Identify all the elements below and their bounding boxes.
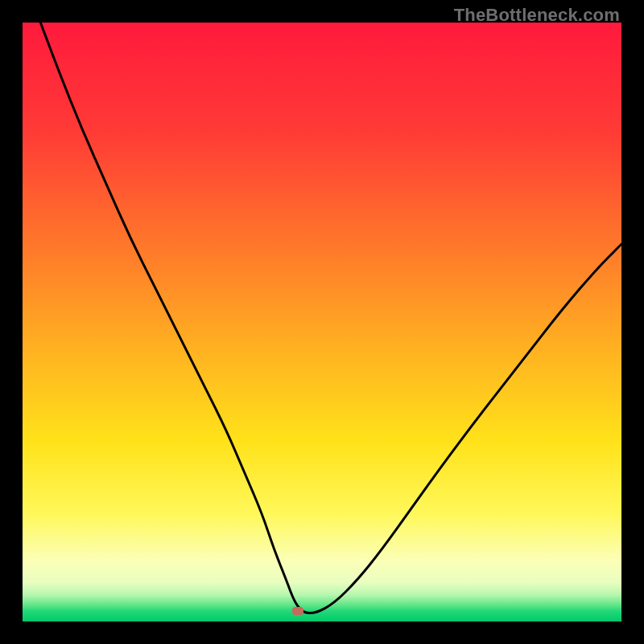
curve-path xyxy=(40,23,621,613)
bottleneck-curve xyxy=(23,23,621,621)
plot-area xyxy=(23,23,621,621)
chart-frame: TheBottleneck.com xyxy=(0,0,644,644)
optimal-point-marker xyxy=(292,607,303,615)
watermark-text: TheBottleneck.com xyxy=(454,5,620,26)
